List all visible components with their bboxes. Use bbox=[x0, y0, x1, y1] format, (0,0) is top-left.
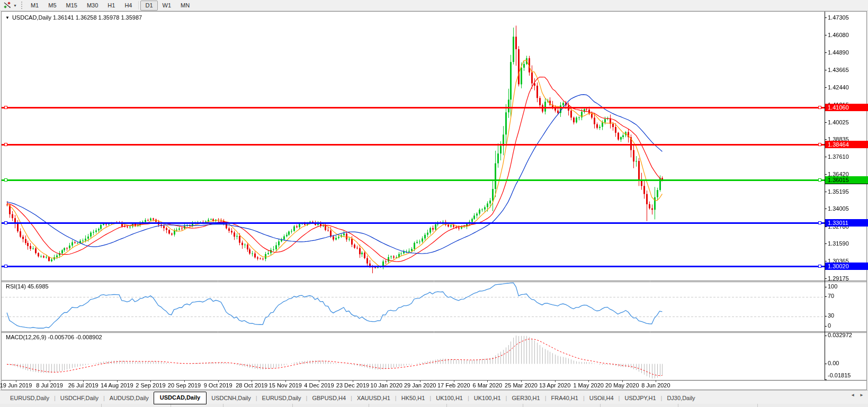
price-line-chip-1.41060[interactable]: 1.41060 bbox=[825, 104, 868, 111]
price-axis-tick: 1.35195 bbox=[828, 188, 849, 195]
chart-tab-usdjpy-h1[interactable]: USDJPY,H1 bbox=[620, 393, 660, 404]
chart-tab-eurusd-daily[interactable]: EURUSD,Daily bbox=[257, 393, 306, 404]
date-axis-label: 23 Dec 2019 bbox=[336, 382, 369, 388]
price-line-chip-1.38464[interactable]: 1.38464 bbox=[825, 141, 868, 148]
chart-tab-eurusd-daily[interactable]: EURUSD,Daily bbox=[5, 393, 54, 404]
timeframe-button-m5[interactable]: M5 bbox=[43, 1, 61, 11]
chart-tab-bar: EURUSD,Daily|USDCHF,Daily|AUDUSD,DailyUS… bbox=[0, 390, 868, 404]
chart-tab-ger30-h1[interactable]: GER30,H1 bbox=[507, 393, 544, 404]
chart-title-text: USDCAD,Daily 1.36141 1.36258 1.35978 1.3… bbox=[12, 14, 142, 21]
chart-tab-fra40-h1[interactable]: FRA40,H1 bbox=[547, 393, 583, 404]
price-axis-tick: 1.44890 bbox=[828, 49, 849, 56]
chart-tab-dj30-daily[interactable]: DJ30,Daily bbox=[662, 393, 700, 404]
mt4-terminal: { "toolbar": { "chart_tool_icon": "chart… bbox=[0, 0, 868, 407]
date-axis-label: 28 Oct 2019 bbox=[236, 382, 267, 388]
timeframe-button-w1[interactable]: W1 bbox=[158, 1, 176, 11]
chart-window-usdcad-daily: ▼ USDCAD,Daily 1.36141 1.36258 1.35978 1… bbox=[1, 11, 867, 390]
price-line-chip-1.36015[interactable]: 1.36015 bbox=[825, 176, 868, 184]
date-axis-label: 20 Sep 2019 bbox=[168, 382, 201, 388]
date-axis-label: 2 Sep 2019 bbox=[136, 382, 165, 388]
chart-dropdown-icon[interactable]: ▼ bbox=[5, 15, 10, 20]
tab-scroll-left-icon[interactable]: ◄ bbox=[851, 393, 855, 397]
chart-tab-usdchf-daily[interactable]: USDCHF,Daily bbox=[56, 393, 103, 404]
timeframe-button-d1[interactable]: D1 bbox=[140, 1, 157, 11]
date-axis-label: 8 Jun 2020 bbox=[641, 382, 670, 388]
chart-tab-uk100-h1[interactable]: UK100,H1 bbox=[431, 393, 468, 404]
timeframe-button-h4[interactable]: H4 bbox=[120, 1, 137, 11]
rsi-axis-tick: 30 bbox=[828, 312, 834, 319]
rsi-axis-tick: 100 bbox=[828, 283, 837, 290]
price-axis-tick: 1.43665 bbox=[828, 67, 849, 74]
top-toolbar: ▼ M1M5M15M30H1H4D1W1MN bbox=[0, 0, 868, 11]
chart-canvas[interactable] bbox=[2, 12, 866, 390]
timeframe-button-m30[interactable]: M30 bbox=[82, 1, 103, 11]
date-axis-label: 4 Dec 2019 bbox=[304, 382, 334, 388]
price-axis-tick: 1.42440 bbox=[828, 84, 849, 91]
date-axis-label: 29 Jan 2020 bbox=[404, 382, 436, 388]
chart-tab-hk50-h1[interactable]: HK50,H1 bbox=[397, 393, 430, 404]
price-line-chip-1.33011[interactable]: 1.33011 bbox=[825, 219, 868, 227]
macd-indicator-label: MACD(12,26,9) -0.005706 -0.008902 bbox=[6, 334, 102, 340]
chart-tab-usdcad-daily[interactable]: USDCAD,Daily bbox=[154, 392, 207, 404]
chart-style-dropdown-caret[interactable]: ▼ bbox=[13, 4, 17, 7]
price-axis-tick: 1.37610 bbox=[828, 153, 849, 160]
chart-tab-gbpusd-h4[interactable]: GBPUSD,H4 bbox=[307, 393, 351, 404]
price-axis-tick: 1.29175 bbox=[828, 275, 849, 282]
timeframe-button-mn[interactable]: MN bbox=[176, 1, 194, 11]
rsi-axis-tick: 70 bbox=[828, 293, 834, 300]
price-axis-tick: 1.40025 bbox=[828, 119, 849, 126]
rsi-indicator-label: RSI(14) 45.6985 bbox=[6, 283, 49, 290]
price-axis-tick: 1.34005 bbox=[828, 205, 849, 212]
timeframe-button-m1[interactable]: M1 bbox=[26, 1, 43, 11]
chart-title: ▼ USDCAD,Daily 1.36141 1.36258 1.35978 1… bbox=[5, 14, 142, 21]
chart-tab-usdcnh-daily[interactable]: USDCNH,Daily bbox=[207, 393, 256, 404]
timeframe-group-separator bbox=[138, 1, 139, 10]
bottom-strip bbox=[0, 404, 868, 407]
timeframe-button-m15[interactable]: M15 bbox=[61, 1, 82, 11]
date-axis-label: 17 Feb 2020 bbox=[437, 382, 470, 388]
date-axis-label: 20 May 2020 bbox=[605, 382, 639, 388]
price-axis-tick: 1.31590 bbox=[828, 240, 849, 247]
price-line-chip-1.30020[interactable]: 1.30020 bbox=[825, 263, 868, 270]
chart-tab-usoil-h4[interactable]: USOil,H4 bbox=[585, 393, 619, 404]
toolbar-grip[interactable] bbox=[21, 2, 22, 9]
date-axis-label: 8 Jul 2019 bbox=[36, 382, 63, 388]
date-axis-label: 15 Nov 2019 bbox=[269, 382, 302, 388]
macd-axis-tick: 0.00 bbox=[828, 360, 839, 367]
date-axis-label: 26 Jul 2019 bbox=[68, 382, 99, 388]
chart-tab-xauusd-h1[interactable]: XAUUSD,H1 bbox=[352, 393, 395, 404]
macd-axis-tick: -0.01815 bbox=[828, 372, 851, 379]
macd-axis-tick: 0.032972 bbox=[828, 332, 852, 339]
date-axis-label: 13 Apr 2020 bbox=[539, 382, 570, 388]
date-axis-label: 1 May 2020 bbox=[573, 382, 603, 388]
date-axis-label: 14 Aug 2019 bbox=[101, 382, 133, 388]
chart-tab-audusd-daily[interactable]: AUDUSD,Daily bbox=[105, 393, 154, 404]
tab-scroll-right-icon[interactable]: ► bbox=[860, 393, 864, 397]
date-axis-label: 9 Oct 2019 bbox=[204, 382, 232, 388]
timeframe-button-h1[interactable]: H1 bbox=[103, 1, 120, 11]
price-axis-tick: 1.47305 bbox=[828, 14, 849, 21]
tab-nav: ◄ ► bbox=[851, 393, 864, 397]
chart-tab-uk100-h1[interactable]: UK100,H1 bbox=[469, 393, 506, 404]
date-axis-label: 25 Mar 2020 bbox=[505, 382, 538, 388]
price-axis-tick: 1.46080 bbox=[828, 32, 849, 39]
date-axis-label: 19 Jun 2019 bbox=[0, 382, 32, 388]
date-axis-label: 6 Mar 2020 bbox=[473, 382, 503, 388]
rsi-axis-tick: 0 bbox=[828, 322, 831, 329]
date-axis-label: 10 Jan 2020 bbox=[370, 382, 402, 388]
chart-style-icon[interactable] bbox=[2, 1, 13, 10]
